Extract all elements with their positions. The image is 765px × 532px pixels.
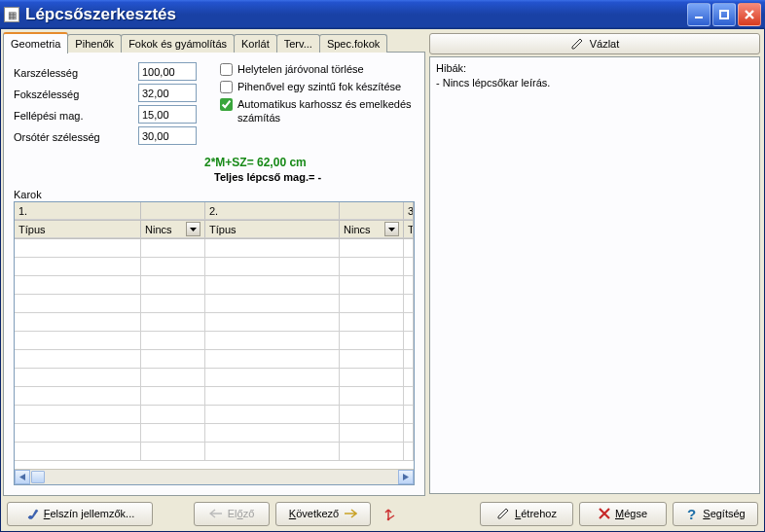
tab-specfokok[interactable]: Spec.fokok [319, 34, 387, 53]
minimize-button[interactable] [687, 3, 710, 26]
grid-cell-val-2[interactable]: Nincs [340, 221, 404, 238]
app-icon: ▦ [4, 7, 19, 22]
grid-col-tipus-3[interactable]: Típu [404, 221, 414, 238]
scroll-right-button[interactable] [398, 470, 414, 484]
grid-group-3[interactable]: 3. [404, 202, 414, 220]
label-karok: Karok [14, 189, 415, 200]
grid-karok: 1. 2. 3. Típus Nincs Típu [14, 201, 415, 485]
table-row[interactable] [15, 276, 141, 295]
label-orsoter: Orsótér szélesség [14, 126, 121, 148]
scroll-left-button[interactable] [15, 470, 30, 484]
table-row[interactable] [15, 350, 141, 369]
cancel-icon [599, 508, 610, 519]
errors-title: Hibák: [436, 61, 753, 76]
input-fokszelesseg[interactable] [138, 84, 197, 102]
right-panel: Vázlat Hibák: - Nincs lépcsőkar leírás. [427, 29, 764, 496]
arrow-left-icon [209, 509, 223, 518]
table-row[interactable] [15, 406, 141, 424]
segitseg-button[interactable]: ? Segítség [673, 502, 758, 526]
brush-icon [25, 507, 39, 520]
pencil-icon [496, 507, 510, 520]
check-helytelen[interactable] [220, 63, 233, 76]
label-check-pihenovel: Pihenővel egy szintű fok készítése [237, 80, 401, 93]
tab-fokok[interactable]: Fokok és gyámolítás [121, 34, 235, 53]
axis-icon [381, 506, 396, 521]
table-row[interactable] [15, 387, 141, 406]
dropdown-icon[interactable] [384, 222, 399, 236]
megse-button[interactable]: Mégse [579, 502, 667, 526]
pencil-icon [570, 37, 584, 51]
table-row[interactable] [15, 369, 141, 387]
errors-item: - Nincs lépcsőkar leírás. [436, 76, 753, 90]
grid-cell-val-1[interactable]: Nincs [141, 221, 205, 238]
grid-col-tipus-1[interactable]: Típus [15, 221, 141, 238]
input-fellepesi[interactable] [138, 105, 197, 124]
letrehoz-label: Létrehoz [515, 508, 557, 519]
svg-point-2 [387, 518, 390, 521]
megse-label: Mégse [615, 508, 647, 519]
tab-pihenok[interactable]: Pihenők [67, 34, 122, 53]
grid-group-2b[interactable] [340, 202, 404, 220]
grid-group-2[interactable]: 2. [205, 202, 340, 220]
svg-text:?: ? [687, 507, 696, 521]
tab-geometria[interactable]: Geometria [3, 32, 68, 53]
svg-rect-1 [720, 11, 728, 18]
grid-group-1[interactable]: 1. [15, 202, 141, 220]
label-fellepesi: Fellépési mag. [14, 105, 121, 126]
input-orsoter[interactable] [138, 126, 197, 145]
grid-group-1b[interactable] [141, 202, 205, 220]
input-karszelesseg[interactable] [138, 62, 197, 81]
vazlat-button[interactable]: Vázlat [429, 33, 760, 54]
close-button[interactable] [738, 3, 761, 26]
elozo-button[interactable]: Előző [194, 502, 270, 526]
label-check-helytelen: Helytelen járóvonal törlése [237, 62, 364, 76]
label-fokszelesseg: Fokszélesség [14, 84, 121, 105]
check-automatikus[interactable] [220, 98, 233, 111]
grid-val-2: Nincs [344, 224, 371, 235]
table-row[interactable] [15, 424, 141, 443]
errors-panel: Hibák: - Nincs lépcsőkar leírás. [429, 56, 760, 494]
total-text: Teljes lépcső mag.= - [214, 171, 415, 183]
letrehoz-button[interactable]: Létrehoz [480, 502, 573, 526]
table-row[interactable] [15, 332, 141, 350]
title-bar: ▦ Lépcsőszerkesztés [0, 0, 765, 29]
left-panel: Geometria Pihenők Fokok és gyámolítás Ko… [1, 29, 427, 496]
window-title: Lépcsőszerkesztés [25, 5, 687, 24]
grid-col-tipus-2[interactable]: Típus [205, 221, 340, 238]
kovetkezo-label: Következő [289, 508, 339, 519]
kovetkezo-button[interactable]: Következő [275, 502, 371, 526]
table-row[interactable] [15, 258, 141, 276]
scroll-thumb[interactable] [31, 471, 45, 483]
tab-strip: Geometria Pihenők Fokok és gyámolítás Ko… [3, 31, 425, 53]
maximize-button[interactable] [712, 3, 736, 26]
tab-korlat[interactable]: Korlát [234, 34, 277, 53]
table-row[interactable] [15, 295, 141, 313]
felszin-button[interactable]: FFelszín jellemzők...elszín jellemzők... [7, 502, 153, 526]
table-row[interactable] [15, 313, 141, 332]
grid-val-1: Nincs [145, 224, 172, 235]
felszin-label: FFelszín jellemzők...elszín jellemzők... [44, 508, 135, 519]
elozo-label: Előző [228, 508, 255, 519]
vazlat-label: Vázlat [590, 38, 620, 50]
label-karszelesseg: Karszélesség [14, 62, 121, 84]
table-row[interactable] [15, 239, 141, 258]
formula-text: 2*M+SZ= 62,00 cm [204, 156, 415, 169]
dropdown-icon[interactable] [186, 222, 200, 236]
help-icon: ? [685, 507, 698, 521]
tab-terv[interactable]: Terv... [276, 34, 320, 53]
label-check-automatikus: Automatikus karhossz és emelkedés számít… [237, 97, 415, 124]
footer: FFelszín jellemzők...elszín jellemzők...… [1, 496, 764, 531]
arrow-right-icon [344, 509, 357, 518]
segitseg-label: Segítség [703, 508, 745, 519]
tab-body-geometria: Karszélesség Fokszélesség Fellépési mag.… [3, 52, 425, 496]
table-row[interactable] [15, 443, 141, 461]
check-pihenovel[interactable] [220, 81, 233, 93]
